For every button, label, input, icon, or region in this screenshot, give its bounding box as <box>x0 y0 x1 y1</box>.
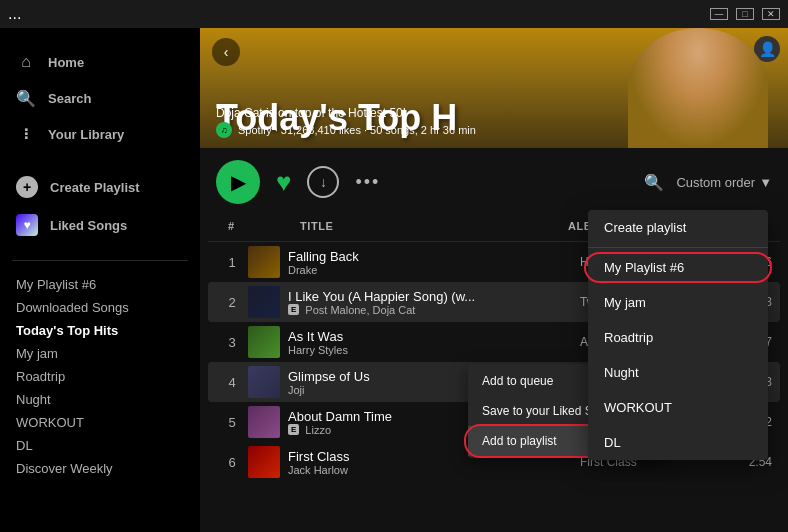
sidebar: ⌂ Home 🔍 Search ⫶ Your Library + Create … <box>0 28 200 532</box>
track-thumbnail <box>248 366 280 398</box>
spotify-logo: ♫ <box>216 122 232 138</box>
create-playlist-action[interactable]: + Create Playlist <box>12 168 188 206</box>
header-title: TITLE <box>296 216 564 237</box>
sidebar-item-library[interactable]: ⫶ Your Library <box>12 116 188 152</box>
back-button[interactable]: ‹ <box>212 38 240 66</box>
sidebar-playlist-item[interactable]: DL <box>16 434 184 457</box>
track-number: 5 <box>216 415 248 430</box>
sidebar-playlist-item[interactable]: My jam <box>16 342 184 365</box>
sidebar-playlist-item[interactable]: My Playlist #6 <box>16 273 184 296</box>
track-title: Falling Back <box>288 249 572 264</box>
context-my-playlist-6[interactable]: My Playlist #6 <box>588 250 768 285</box>
create-playlist-label: Create Playlist <box>50 180 140 195</box>
sidebar-nav: ⌂ Home 🔍 Search ⫶ Your Library <box>0 44 200 152</box>
sidebar-playlist-item[interactable]: Roadtrip <box>16 365 184 388</box>
context-menu-divider <box>588 247 768 248</box>
track-artist: E Post Malone, Doja Cat <box>288 304 572 316</box>
track-artist: Jack Harlow <box>288 464 572 476</box>
track-number: 6 <box>216 455 248 470</box>
sidebar-playlist-item[interactable]: WORKOUT <box>16 411 184 434</box>
sidebar-item-home[interactable]: ⌂ Home <box>12 44 188 80</box>
track-thumbnail <box>248 286 280 318</box>
track-thumbnail <box>248 446 280 478</box>
track-artist: Harry Styles <box>288 344 572 356</box>
track-info: As It Was Harry Styles <box>288 329 572 356</box>
context-nught[interactable]: Nught <box>588 355 768 390</box>
controls-right: 🔍 Custom order ▼ <box>644 173 772 192</box>
maximize-button[interactable]: □ <box>736 8 754 20</box>
playlist-context-menu: Create playlist My Playlist #6 My jam Ro… <box>588 210 768 460</box>
track-artist: Drake <box>288 264 572 276</box>
track-number: 4 <box>216 375 248 390</box>
sidebar-item-search-label: Search <box>48 91 91 106</box>
sidebar-item-library-label: Your Library <box>48 127 124 142</box>
minimize-button[interactable]: — <box>710 8 728 20</box>
track-thumbnail <box>248 406 280 438</box>
context-dl[interactable]: DL <box>588 425 768 460</box>
plus-icon: + <box>16 176 38 198</box>
library-icon: ⫶ <box>16 124 36 144</box>
search-icon: 🔍 <box>16 88 36 108</box>
sidebar-playlist-item-todays-top-hits[interactable]: Today's Top Hits <box>16 319 184 342</box>
explicit-badge: E <box>288 424 299 435</box>
context-myjam[interactable]: My jam <box>588 285 768 320</box>
hero-meta-text: Spotify · 31,268,410 likes · 50 songs, 2… <box>238 124 476 136</box>
sidebar-item-search[interactable]: 🔍 Search <box>12 80 188 116</box>
controls-bar: ▶ ♥ ↓ ••• 🔍 Custom order ▼ <box>200 148 788 212</box>
track-info: I Like You (A Happier Song) (w... E Post… <box>288 289 572 316</box>
liked-songs-action[interactable]: ♥ Liked Songs <box>12 206 188 244</box>
hero-subtitle: Doja Cat is on top of the Hottest 50! <box>216 106 406 120</box>
title-bar: ... — □ ✕ <box>0 0 788 28</box>
custom-order-button[interactable]: Custom order ▼ <box>676 175 772 190</box>
track-title: As It Was <box>288 329 572 344</box>
track-number: 3 <box>216 335 248 350</box>
track-thumbnail <box>248 326 280 358</box>
main-content: ‹ 👤 Today's Top H Doja Cat is on top of … <box>200 28 788 532</box>
context-workout[interactable]: WORKOUT <box>588 390 768 425</box>
sidebar-item-home-label: Home <box>48 55 84 70</box>
track-title: I Like You (A Happier Song) (w... <box>288 289 572 304</box>
explicit-badge: E <box>288 304 299 315</box>
context-roadtrip[interactable]: Roadtrip <box>588 320 768 355</box>
app-body: ⌂ Home 🔍 Search ⫶ Your Library + Create … <box>0 28 788 532</box>
download-button[interactable]: ↓ <box>307 166 339 198</box>
liked-songs-label: Liked Songs <box>50 218 127 233</box>
hero-section: ‹ 👤 Today's Top H Doja Cat is on top of … <box>200 28 788 148</box>
title-bar-dots: ... <box>8 5 21 23</box>
sidebar-actions: + Create Playlist ♥ Liked Songs <box>0 168 200 244</box>
sidebar-playlist-item[interactable]: Discover Weekly <box>16 457 184 480</box>
heart-icon: ♥ <box>16 214 38 236</box>
track-info: Falling Back Drake <box>288 249 572 276</box>
track-number: 1 <box>216 255 248 270</box>
sidebar-divider <box>12 260 188 261</box>
context-create-playlist[interactable]: Create playlist <box>588 210 768 245</box>
hero-meta: ♫ Spotify · 31,268,410 likes · 50 songs,… <box>216 122 476 138</box>
header-thumb <box>256 216 296 237</box>
track-number: 2 <box>216 295 248 310</box>
search-tracks-button[interactable]: 🔍 <box>644 173 664 192</box>
title-bar-menu-dots: ... <box>8 5 21 23</box>
home-icon: ⌂ <box>16 52 36 72</box>
like-button[interactable]: ♥ <box>276 167 291 198</box>
sidebar-playlist-list: My Playlist #6 Downloaded Songs Today's … <box>0 273 200 480</box>
header-num: # <box>224 216 256 237</box>
play-button[interactable]: ▶ <box>216 160 260 204</box>
sidebar-playlist-item[interactable]: Nught <box>16 388 184 411</box>
track-thumbnail <box>248 246 280 278</box>
title-bar-controls[interactable]: — □ ✕ <box>710 8 780 20</box>
more-options-button[interactable]: ••• <box>355 172 380 193</box>
close-button[interactable]: ✕ <box>762 8 780 20</box>
hero-person-image <box>628 28 768 148</box>
sidebar-playlist-item[interactable]: Downloaded Songs <box>16 296 184 319</box>
